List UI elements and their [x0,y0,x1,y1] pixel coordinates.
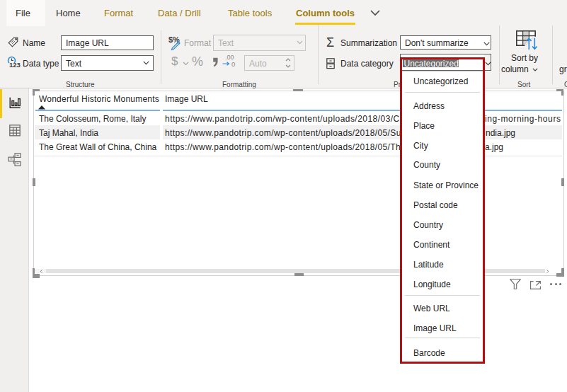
svg-text:123: 123 [9,61,21,69]
